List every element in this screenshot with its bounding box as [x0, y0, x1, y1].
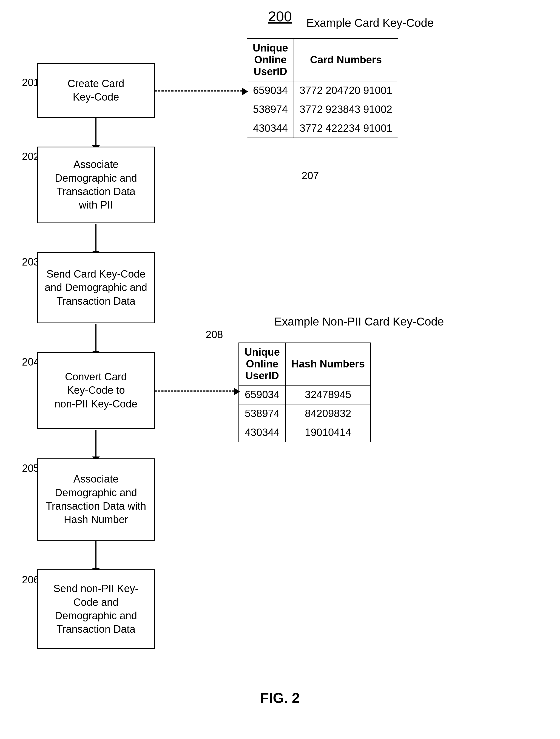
table-row: 538974 3772 923843 91002: [247, 100, 398, 119]
step-206-label: 206: [22, 574, 39, 586]
arrow-205-206: [95, 541, 97, 569]
step-203-box: Send Card Key-Code and Demographic and T…: [37, 252, 155, 323]
step-205-box: Associate Demographic and Transaction Da…: [37, 458, 155, 541]
table-row: 430344 3772 422234 91001: [247, 119, 398, 138]
diagram-container: 200 201 Create Card Key-Code 202 Associa…: [0, 0, 560, 739]
table2-title: Example Non-PII Card Key-Code: [208, 315, 510, 328]
table1-title: Example Card Key-Code: [247, 16, 494, 30]
step-201-box: Create Card Key-Code: [37, 63, 155, 118]
table1-row3-col2: 3772 422234 91001: [294, 119, 398, 138]
table-row: 430344 19010414: [239, 423, 371, 442]
arrow-204-205: [95, 430, 97, 457]
table1-row1-col2: 3772 204720 91001: [294, 81, 398, 100]
table1-row2-col1: 538974: [247, 100, 294, 119]
table1-row2-col2: 3772 923843 91002: [294, 100, 398, 119]
table2-ref-label: 208: [205, 329, 223, 340]
table1: Unique Online UserID Card Numbers 659034…: [247, 38, 398, 138]
table2-row1-col1: 659034: [239, 385, 286, 404]
arrow-201-202: [95, 118, 97, 146]
arrow-203-204: [95, 324, 97, 351]
arrow-202-203: [95, 224, 97, 251]
table-row: 659034 32478945: [239, 385, 371, 404]
table2: Unique Online UserID Hash Numbers 659034…: [239, 342, 371, 442]
table2-row3-col2: 19010414: [286, 423, 371, 442]
step-206-text: Send non-PII Key- Code and Demographic a…: [53, 582, 139, 636]
table-row: 659034 3772 204720 91001: [247, 81, 398, 100]
dashed-arrow-201-table1: [155, 91, 243, 92]
fig-caption: FIG. 2: [260, 690, 300, 706]
table1-row3-col1: 430344: [247, 119, 294, 138]
table1-col1-header: Unique Online UserID: [247, 39, 294, 81]
table2-row1-col2: 32478945: [286, 385, 371, 404]
table-row: 538974 84209832: [239, 404, 371, 423]
step-202-box: Associate Demographic and Transaction Da…: [37, 147, 155, 223]
step-204-box: Convert Card Key-Code to non-PII Key-Cod…: [37, 352, 155, 429]
step-204-text: Convert Card Key-Code to non-PII Key-Cod…: [54, 370, 137, 411]
table1-ref-label: 207: [301, 170, 319, 182]
step-205-label: 205: [22, 462, 39, 474]
step-206-box: Send non-PII Key- Code and Demographic a…: [37, 569, 155, 649]
table2-col2-header: Hash Numbers: [286, 343, 371, 385]
step-201-text: Create Card Key-Code: [68, 77, 124, 104]
step-203-text: Send Card Key-Code and Demographic and T…: [45, 267, 147, 308]
step-202-text: Associate Demographic and Transaction Da…: [55, 158, 137, 212]
table2-row2-col2: 84209832: [286, 404, 371, 423]
step-201-label: 201: [22, 77, 39, 89]
step-202-label: 202: [22, 151, 39, 162]
table1-col2-header: Card Numbers: [294, 39, 398, 81]
dashed-arrow-204-table2: [155, 391, 234, 392]
table2-row2-col1: 538974: [239, 404, 286, 423]
table1-row1-col1: 659034: [247, 81, 294, 100]
step-203-label: 203: [22, 256, 39, 268]
table2-row3-col1: 430344: [239, 423, 286, 442]
table2-col1-header: Unique Online UserID: [239, 343, 286, 385]
step-205-text: Associate Demographic and Transaction Da…: [46, 472, 146, 527]
step-204-label: 204: [22, 356, 39, 368]
